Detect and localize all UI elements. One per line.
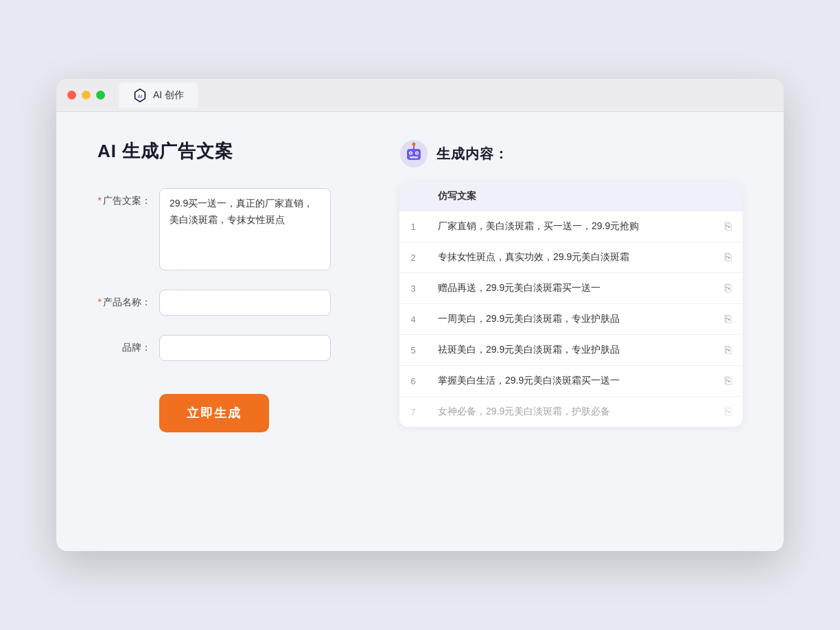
row-copy-text: 厂家直销，美白淡斑霜，买一送一，29.9元抢购 — [427, 211, 714, 242]
table-row: 6掌握美白生活，29.9元美白淡斑霜买一送一⎘ — [399, 366, 743, 397]
brand-label: 品牌： — [97, 335, 159, 354]
row-number: 4 — [399, 304, 427, 335]
copy-icon[interactable]: ⎘ — [725, 282, 732, 294]
required-star: * — [98, 195, 102, 206]
product-name-label: *产品名称： — [97, 290, 159, 309]
right-panel: 生成内容： 仿写文案 1厂家直销，美白淡斑霜，买一送一，29.9元抢购⎘2专抹女… — [399, 139, 743, 524]
result-title: 生成内容： — [436, 145, 509, 163]
table-row: 2专抹女性斑点，真实功效，29.9元美白淡斑霜⎘ — [399, 242, 743, 273]
table-row: 4一周美白，29.9元美白淡斑霜，专业护肤品⎘ — [399, 304, 743, 335]
close-button[interactable] — [67, 91, 76, 100]
table-row: 7女神必备，29.9元美白淡斑霜，护肤必备⎘ — [399, 397, 743, 428]
copy-button-cell[interactable]: ⎘ — [714, 304, 743, 335]
svg-text:AI: AI — [137, 93, 142, 99]
copy-icon[interactable]: ⎘ — [725, 375, 732, 386]
svg-point-8 — [410, 152, 411, 154]
copy-button-cell[interactable]: ⎘ — [714, 242, 743, 273]
table-header-action — [714, 182, 743, 211]
product-name-group: *产品名称： 美白淡斑霜 — [97, 290, 358, 316]
row-number: 2 — [399, 242, 427, 273]
submit-button[interactable]: 立即生成 — [159, 394, 269, 432]
table-header-num — [399, 182, 427, 211]
ad-copy-textarea[interactable]: 29.9买一送一，真正的厂家直销，美白淡斑霜，专抹女性斑点 — [159, 188, 331, 270]
ad-copy-group: *广告文案： 29.9买一送一，真正的厂家直销，美白淡斑霜，专抹女性斑点 — [97, 188, 358, 270]
svg-point-9 — [416, 152, 417, 154]
row-number: 7 — [399, 397, 427, 428]
brand-input[interactable]: 好白 — [159, 335, 331, 361]
product-name-input[interactable]: 美白淡斑霜 — [159, 290, 331, 316]
copy-icon[interactable]: ⎘ — [725, 406, 732, 417]
row-copy-text: 祛斑美白，29.9元美白淡斑霜，专业护肤品 — [427, 335, 714, 366]
row-copy-text: 一周美白，29.9元美白淡斑霜，专业护肤品 — [427, 304, 714, 335]
copy-icon[interactable]: ⎘ — [725, 313, 732, 325]
svg-point-5 — [412, 143, 416, 146]
row-number: 3 — [399, 273, 427, 304]
maximize-button[interactable] — [96, 91, 105, 100]
left-panel: AI 生成广告文案 *广告文案： 29.9买一送一，真正的厂家直销，美白淡斑霜，… — [97, 139, 358, 524]
copy-button-cell[interactable]: ⎘ — [714, 335, 743, 366]
row-copy-text: 掌握美白生活，29.9元美白淡斑霜买一送一 — [427, 366, 714, 397]
row-number: 1 — [399, 211, 427, 242]
row-copy-text: 赠品再送，29.9元美白淡斑霜买一送一 — [427, 273, 714, 304]
ai-tab[interactable]: AI AI 创作 — [119, 82, 198, 108]
copy-button-cell[interactable]: ⎘ — [714, 273, 743, 304]
table-header-row: 仿写文案 — [399, 182, 743, 211]
copy-icon[interactable]: ⎘ — [725, 344, 732, 355]
copy-icon[interactable]: ⎘ — [725, 220, 732, 232]
table-row: 1厂家直销，美白淡斑霜，买一送一，29.9元抢购⎘ — [399, 211, 743, 242]
table-header-copy: 仿写文案 — [427, 182, 714, 211]
browser-window: AI AI 创作 AI 生成广告文案 *广告文案： 29.9买一送一，真正的厂家… — [56, 79, 784, 551]
tab-label: AI 创作 — [153, 89, 184, 102]
result-header: 生成内容： — [399, 139, 743, 168]
table-row: 5祛斑美白，29.9元美白淡斑霜，专业护肤品⎘ — [399, 335, 743, 366]
brand-group: 品牌： 好白 — [97, 335, 358, 361]
table-row: 3赠品再送，29.9元美白淡斑霜买一送一⎘ — [399, 273, 743, 304]
row-number: 5 — [399, 335, 427, 366]
robot-icon — [399, 139, 428, 168]
ad-copy-label: *广告文案： — [97, 188, 159, 207]
copy-button-cell[interactable]: ⎘ — [714, 366, 743, 397]
svg-rect-3 — [407, 149, 421, 160]
row-number: 6 — [399, 366, 427, 397]
ai-tab-icon: AI — [132, 88, 148, 103]
row-copy-text: 专抹女性斑点，真实功效，29.9元美白淡斑霜 — [427, 242, 714, 273]
required-star-2: * — [98, 296, 102, 307]
page-title: AI 生成广告文案 — [97, 139, 358, 163]
content-area: AI 生成广告文案 *广告文案： 29.9买一送一，真正的厂家直销，美白淡斑霜，… — [56, 112, 784, 551]
row-copy-text: 女神必备，29.9元美白淡斑霜，护肤必备 — [427, 397, 714, 428]
result-table: 仿写文案 1厂家直销，美白淡斑霜，买一送一，29.9元抢购⎘2专抹女性斑点，真实… — [399, 182, 743, 427]
minimize-button[interactable] — [82, 91, 91, 100]
copy-button-cell[interactable]: ⎘ — [714, 397, 743, 428]
svg-rect-10 — [410, 156, 418, 159]
title-bar: AI AI 创作 — [56, 79, 784, 112]
traffic-lights — [67, 91, 105, 100]
copy-button-cell[interactable]: ⎘ — [714, 211, 743, 242]
copy-icon[interactable]: ⎘ — [725, 251, 732, 263]
